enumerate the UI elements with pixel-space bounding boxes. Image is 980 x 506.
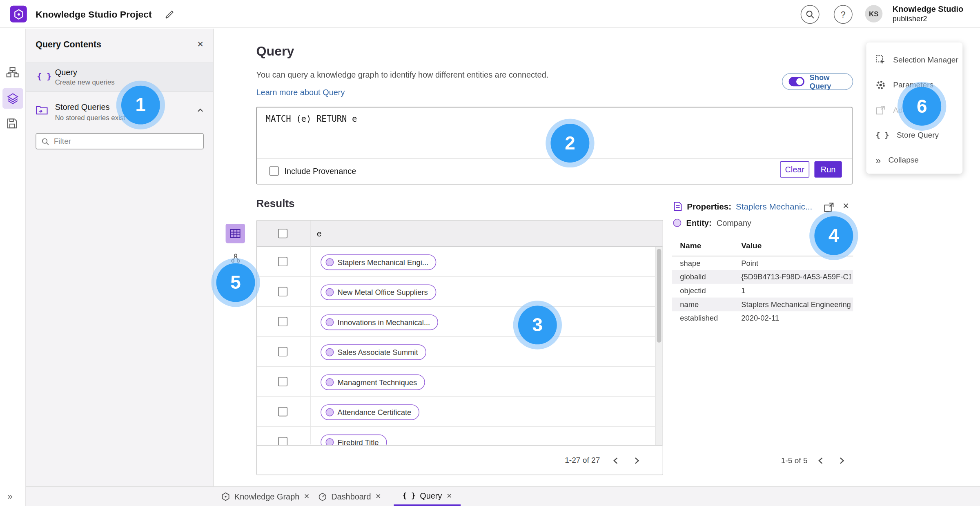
properties-table: Name Value shape Point globalid {5D9B471… <box>672 241 853 325</box>
hexagon-logo-glyph <box>12 8 25 20</box>
table-row: Sales Associate Summit <box>257 337 662 367</box>
close-tab-icon[interactable]: ✕ <box>304 493 310 501</box>
row-checkbox[interactable] <box>278 407 287 416</box>
page-title: Query <box>256 44 294 59</box>
tab-query[interactable]: { } Query ✕ <box>394 487 461 506</box>
knowledge-graph-icon <box>221 492 230 502</box>
project-title: Knowledge Studio Project <box>36 9 151 19</box>
properties-entity-link[interactable]: Staplers Mechanic... <box>736 202 812 211</box>
entity-dot-icon <box>325 318 334 326</box>
properties-doc-icon <box>673 201 682 211</box>
selection-manager-item[interactable]: Selection Manager <box>866 47 962 72</box>
bottom-tab-bar: Knowledge Graph ✕ Dashboard ✕ { } Query … <box>26 486 980 506</box>
top-header: Knowledge Studio Project ? KS Knowledge … <box>0 0 980 28</box>
close-panel-icon[interactable]: ✕ <box>197 39 204 49</box>
edit-title-icon[interactable] <box>165 9 174 19</box>
braces-icon: { } <box>875 131 889 139</box>
avatar[interactable]: KS <box>865 5 882 22</box>
stored-queries-description: No stored queries exist <box>55 114 125 121</box>
annotation-6: 6 <box>902 87 941 126</box>
search-icon[interactable] <box>801 5 820 24</box>
add-to-selection-icon[interactable] <box>824 202 834 212</box>
toggle-switch[interactable] <box>789 77 805 86</box>
table-row: Managment Techniques <box>257 367 662 397</box>
braces-icon: { } <box>403 491 416 500</box>
left-icon-rail: » <box>0 29 26 506</box>
prev-page-icon[interactable] <box>606 451 625 470</box>
gear-icon <box>875 80 885 90</box>
store-query-item[interactable]: { } Store Query <box>866 123 962 147</box>
chevron-up-icon[interactable] <box>196 106 205 114</box>
filter-search-icon <box>41 137 49 145</box>
table-view-icon[interactable] <box>226 224 245 243</box>
properties-next-page-icon[interactable] <box>833 451 851 470</box>
hierarchy-icon[interactable] <box>6 66 19 79</box>
collapse-icon: » <box>875 155 881 165</box>
row-checkbox[interactable] <box>278 347 287 356</box>
entity-pill[interactable]: Firebird Title <box>321 435 387 446</box>
scrollbar-thumb[interactable] <box>657 249 662 343</box>
property-row: shape Point <box>672 256 853 270</box>
help-icon[interactable]: ? <box>834 5 853 24</box>
results-title: Results <box>256 198 295 210</box>
expand-rail-icon[interactable]: » <box>7 491 13 502</box>
include-provenance-checkbox[interactable] <box>270 166 279 176</box>
next-page-icon[interactable] <box>628 451 646 470</box>
tab-dashboard[interactable]: Dashboard ✕ <box>314 487 385 506</box>
query-contents-panel: Query Contents ✕ { } Query Create new qu… <box>26 29 214 486</box>
show-query-toggle[interactable]: Show Query <box>782 73 853 90</box>
entity-pill[interactable]: Innovations in Mechanical... <box>321 314 438 330</box>
app-logo-icon[interactable] <box>10 6 27 22</box>
table-row: Staplers Mechanical Engi... <box>257 247 662 277</box>
close-tab-icon[interactable]: ✕ <box>375 493 381 501</box>
show-query-label: Show Query <box>809 73 846 90</box>
filter-input-wrapper <box>36 133 204 149</box>
row-checkbox[interactable] <box>278 437 287 446</box>
collapse-item[interactable]: » Collapse <box>866 147 962 172</box>
annotation-5: 5 <box>216 263 255 302</box>
row-checkbox[interactable] <box>278 257 287 266</box>
close-properties-icon[interactable]: ✕ <box>842 201 849 211</box>
entity-type-dot-icon <box>673 219 681 227</box>
close-tab-icon[interactable]: ✕ <box>446 492 452 500</box>
save-icon[interactable] <box>6 118 18 129</box>
entity-dot-icon <box>325 438 334 446</box>
sidebar-item-stored-queries[interactable]: Stored Queries No stored queries exist <box>26 99 213 128</box>
annotation-2: 2 <box>550 124 589 163</box>
query-item-label: Query <box>55 67 77 77</box>
entity-label: Entity: <box>686 218 712 227</box>
entity-type: Company <box>717 218 751 227</box>
results-page-count: 1-27 of 27 <box>565 456 600 464</box>
entity-pill[interactable]: Staplers Mechanical Engi... <box>321 254 437 270</box>
results-table: e Staplers Mechanical Engi... New Metal … <box>256 220 663 475</box>
filter-input[interactable] <box>54 137 198 145</box>
run-button[interactable]: Run <box>814 161 842 178</box>
stored-queries-label: Stored Queries <box>55 103 110 112</box>
entity-dot-icon <box>325 378 334 386</box>
learn-more-link[interactable]: Learn more about Query <box>256 87 345 97</box>
properties-prev-page-icon[interactable] <box>811 451 830 470</box>
entity-pill[interactable]: Managment Techniques <box>321 374 425 390</box>
tab-knowledge-graph[interactable]: Knowledge Graph ✕ <box>218 487 314 506</box>
clear-button[interactable]: Clear <box>780 161 809 178</box>
property-row: established 2020-02-11 <box>672 311 853 325</box>
row-checkbox[interactable] <box>278 317 287 326</box>
entity-pill[interactable]: New Metal Office Suppliers <box>321 284 436 300</box>
properties-header: Properties: Staplers Mechanic... <box>673 201 812 211</box>
row-checkbox[interactable] <box>278 377 287 386</box>
add-to-map-icon <box>875 105 885 115</box>
layers-icon-selected[interactable] <box>2 88 23 109</box>
select-all-checkbox[interactable] <box>278 229 287 238</box>
property-row: globalid {5D9B4713-F98D-4A53-A59F-C11... <box>672 270 853 284</box>
toggle-knob <box>796 78 803 85</box>
stored-queries-folder-icon <box>36 105 48 116</box>
row-checkbox[interactable] <box>278 287 287 296</box>
results-scrollbar[interactable] <box>655 247 662 446</box>
sidebar-item-query[interactable]: { } Query Create new queries <box>26 62 213 92</box>
annotation-1: 1 <box>121 86 160 125</box>
annotation-3: 3 <box>518 305 557 344</box>
results-table-header: e <box>257 221 662 247</box>
entity-pill[interactable]: Sales Associate Summit <box>321 344 426 360</box>
query-item-description: Create new queries <box>55 78 115 85</box>
entity-pill[interactable]: Attendance Certificate <box>321 404 419 420</box>
